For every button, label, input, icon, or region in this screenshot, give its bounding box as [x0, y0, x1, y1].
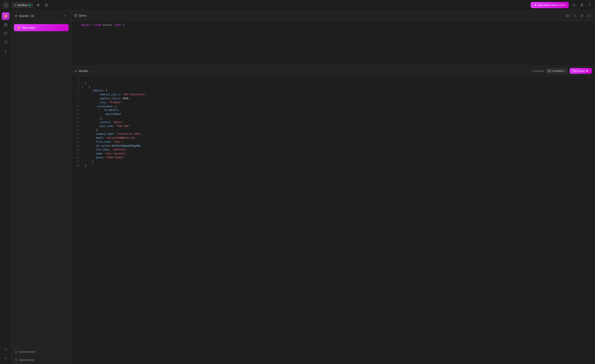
json-line-17: 17 email: 'aerial1800@duck.com', [71, 136, 595, 140]
svg-line-10 [5, 33, 5, 33]
json-line-20: 20 last_name: 'Lawrence', [71, 148, 595, 152]
topbar-action-icons [35, 2, 49, 8]
refresh-button[interactable] [35, 2, 41, 8]
svg-rect-33 [548, 71, 549, 72]
results-body[interactable]: 2 3 ∨ [ 4 ∨ { 5 ∨ [71, 76, 595, 364]
json-line-8: 8 city: 'Prudhoe', [71, 101, 595, 105]
new-query-button[interactable]: ⚡ New query [14, 24, 69, 31]
icon-rail: ⚡ [0, 10, 12, 364]
json-line-12: 12 ], [71, 117, 595, 120]
star-query-button[interactable] [565, 13, 570, 18]
json-line-10: 10 75.106707f, [71, 109, 595, 112]
svg-rect-32 [549, 70, 550, 71]
saved-queries-chevron-icon: › [67, 350, 68, 353]
list-query-button[interactable] [572, 13, 577, 18]
json-line-16: 16 company_name: 'Interserve (IRV)', [71, 132, 595, 136]
queries-rail-button[interactable]: ⚡ [2, 12, 10, 20]
json-line-23: 23 } [71, 160, 595, 164]
graph-rail-button[interactable] [2, 30, 10, 37]
query-panel-header: Query [71, 10, 595, 21]
search-rail-button[interactable] [2, 346, 10, 353]
settings-rail-button[interactable] [2, 354, 10, 362]
main-layout: ⚡ [0, 10, 595, 364]
chevron-down-icon: ▾ [565, 70, 566, 72]
help-button[interactable]: ? [586, 2, 593, 8]
list-button[interactable]: ☰ [579, 2, 585, 8]
security-rail-button[interactable] [2, 39, 10, 46]
results-panel: Results 1 response Combined ▾ [71, 66, 595, 364]
svg-rect-29 [574, 16, 575, 16]
sidebar: Queries 1 + ⚡ New query Saved queries › [12, 10, 71, 364]
svg-marker-21 [15, 351, 18, 353]
queries-title: Queries [19, 14, 29, 18]
code-editor[interactable]: 1 SELECT * FROM artist LIMIT 1 [71, 21, 595, 61]
json-line-24: 24 ] [71, 164, 595, 168]
svg-text:⬡: ⬡ [5, 4, 7, 6]
sandbox-tab[interactable]: ⬡ Sandbox [12, 2, 33, 8]
results-title: Results [79, 70, 88, 73]
explorer-rail-button[interactable] [2, 21, 10, 29]
play-button[interactable]: ▷ [571, 2, 577, 8]
svg-rect-20 [15, 16, 16, 17]
main-content: Query [71, 10, 595, 364]
json-line-19: 19 id: artist:00v8fy339p1m5h98g68w, [71, 144, 595, 148]
response-count: 1 response [531, 70, 544, 72]
query-history-chevron-icon: › [67, 358, 68, 361]
braces-button[interactable] [586, 13, 592, 18]
sidebar-title-group: Queries 1 [15, 14, 35, 18]
saved-queries-label: Saved queries [19, 350, 36, 353]
sidebar-header: Queries 1 + [12, 10, 71, 22]
whats-new-button[interactable]: ★ See what's new in 2.0.3 [531, 2, 569, 8]
svg-rect-5 [6, 25, 7, 26]
queries-count-badge: 1 [30, 14, 35, 17]
json-line-18: 18 first_name: 'Jani', [71, 140, 595, 144]
svg-rect-27 [574, 15, 576, 15]
json-line-7: 7 address_line_2: NONE, [71, 97, 595, 101]
svg-marker-26 [566, 14, 569, 17]
svg-rect-4 [4, 25, 6, 26]
line-number-1: 1 [71, 23, 81, 28]
run-query-button[interactable]: Run query [570, 68, 592, 74]
svg-rect-28 [574, 15, 576, 16]
edit-query-button[interactable] [579, 13, 585, 18]
query-history-label: Query history [19, 358, 35, 361]
json-line-14: 14 post_code: 'TZ9C 6GV' [71, 125, 595, 128]
results-header: Results 1 response Combined ▾ [71, 66, 595, 76]
svg-rect-34 [549, 71, 550, 72]
query-history-item[interactable]: Query history › [12, 356, 71, 364]
json-line-11: 11 -159.872884f [71, 112, 595, 117]
json-line-9: 9 ∨ coordinates: [ [71, 105, 595, 109]
sandbox-cube-icon: ⬡ [14, 4, 16, 7]
svg-rect-3 [6, 23, 7, 25]
svg-point-15 [5, 349, 6, 350]
code-line-1: 1 SELECT * FROM artist LIMIT 1 [71, 23, 595, 28]
sidebar-bottom: Saved queries › Query history › [12, 348, 71, 364]
results-header-right: 1 response Combined ▾ Run query [531, 68, 592, 74]
add-query-button[interactable]: + [62, 13, 68, 19]
json-line-15: 15 }, [71, 128, 595, 132]
document-button[interactable] [43, 2, 49, 8]
svg-rect-31 [548, 70, 549, 71]
topbar-right-icons: ▷ ☰ ? [571, 2, 593, 8]
combined-select[interactable]: Combined ▾ [546, 68, 568, 74]
json-line-3: 3 ∨ [ [71, 81, 595, 85]
query-panel: Query [71, 10, 595, 66]
sandbox-label: Sandbox [18, 4, 28, 7]
topbar: ⬡ ⬡ Sandbox ★ See what's new in 2.0.3 ▷ … [0, 0, 595, 10]
svg-point-17 [5, 358, 6, 359]
svg-rect-18 [15, 15, 17, 15]
json-line-2: 2 [71, 77, 595, 81]
json-line-22: 22 phone: '0500 351021' [71, 156, 595, 160]
results-title-group: Results [74, 70, 88, 73]
query-title: Query [79, 14, 86, 17]
functions-rail-button[interactable]: ƒ [2, 47, 10, 55]
star-icon: ★ [534, 4, 537, 7]
online-indicator [29, 4, 30, 6]
svg-point-8 [7, 32, 7, 33]
svg-marker-35 [587, 70, 588, 72]
query-panel-title-group: Query [74, 14, 86, 17]
json-line-6: 6 address_line_1: '967 Gracefield', [71, 93, 595, 97]
saved-queries-item[interactable]: Saved queries › [12, 348, 71, 356]
combined-label: Combined [552, 70, 563, 72]
json-line-4: 4 ∨ { [71, 85, 595, 89]
